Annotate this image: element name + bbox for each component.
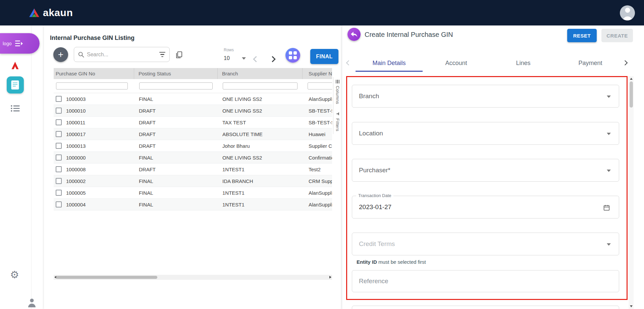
row-checkbox[interactable] [56,178,62,184]
cell-supplier: Test2 [303,167,332,172]
cell-posting-status: FINAL [134,178,218,184]
chevron-right-icon [623,60,628,66]
column-header-posting-status[interactable]: Posting Status [134,68,218,79]
cell-supplier: SB-TEST-SU [303,120,332,125]
side-tab-filters[interactable]: Filters [335,112,340,131]
credit-terms-select[interactable]: Credit Terms [352,233,619,255]
chevron-down-icon [607,96,611,98]
sidebar-item-gin-app[interactable] [7,76,24,94]
cell-supplier: Confirmatio [303,155,332,161]
tab-account[interactable]: Account [423,55,490,72]
menu-open-icon[interactable] [15,41,23,47]
add-button[interactable]: + [53,47,68,62]
table-row[interactable]: 1000003 FINAL ONE LIVING SS2 AlanSupplie [54,93,332,105]
row-checkbox[interactable] [56,143,62,149]
horizontal-scrollbar[interactable] [54,275,332,280]
scroll-up-arrow-icon[interactable] [630,78,633,80]
cell-posting-status: DRAFT [134,108,218,114]
row-checkbox[interactable] [56,96,62,102]
user-avatar[interactable] [620,5,635,20]
screen: akaun logo ⚙ [0,0,644,309]
columns-icon [336,80,340,83]
purchaser-select[interactable]: Purchaser* [352,159,619,182]
cell-posting-status: DRAFT [134,131,218,137]
filter-list-icon[interactable] [159,52,165,57]
topbar: akaun [0,0,644,25]
row-checkbox[interactable] [56,119,62,125]
row-checkbox[interactable] [56,166,62,172]
tab-lines[interactable]: Lines [490,55,557,72]
rows-per-page-select[interactable]: 10 [224,54,246,62]
table-filter-row [54,79,332,93]
sidebar-item-pdf-app[interactable] [10,61,20,72]
cell-gin-no: 1000008 [66,167,86,172]
side-tab-columns[interactable]: Columns [335,80,340,104]
cell-branch: 1NTEST1 [218,167,303,172]
filter-input-supplier[interactable] [308,82,332,89]
tab-payment[interactable]: Payment [557,55,624,72]
settings-gear-icon[interactable]: ⚙ [10,269,19,281]
table-row[interactable]: 1000002 FINAL IDA BRANCH CRM Suppli [54,175,332,187]
table-row[interactable]: 1000005 FINAL 1NTEST1 AlanSupplie [54,187,332,199]
row-checkbox[interactable] [56,190,62,196]
cell-posting-status: FINAL [134,202,218,207]
table-row[interactable]: 1000011 DRAFT TAX TEST SB-TEST-SU [54,117,332,128]
tabs-scroll-prev[interactable] [347,61,351,66]
search-input[interactable] [87,52,157,58]
tabs-scroll-next[interactable] [623,61,627,66]
row-checkbox[interactable] [56,108,62,114]
cell-posting-status: FINAL [134,155,218,161]
final-filter-button[interactable]: FINAL [310,49,338,64]
brand-name: akaun [43,7,73,18]
scroll-right-arrow-icon[interactable] [329,276,331,279]
column-header-gin-no[interactable]: Purchase GIN No [54,68,134,79]
search-icon [78,52,84,58]
row-checkbox[interactable] [56,201,62,207]
cell-gin-no: 1000013 [66,143,86,149]
table-row[interactable]: 1000017 DRAFT ABSOLUTE TIME Huawei [54,128,332,140]
reset-button[interactable]: RESET [567,29,597,42]
cell-supplier: CRM Suppli [303,178,332,184]
copy-icon[interactable] [175,51,183,60]
cell-gin-no: 1000002 [66,178,86,184]
cell-supplier: AlanSupplie [303,190,332,196]
filter-input-posting-status[interactable] [139,82,213,89]
location-select[interactable]: Location [352,122,619,145]
table-row[interactable]: 1000013 DRAFT Johor Bharu Supplier C [54,140,332,152]
panel-vertical-scrollbar[interactable] [629,76,634,309]
back-button[interactable] [347,28,361,41]
row-checkbox[interactable] [56,154,62,161]
cell-supplier: AlanSupplie [303,96,332,102]
apps-grid-button[interactable] [285,48,300,63]
table-row[interactable]: 1000010 DRAFT ONE LIVING SS2 SB-TEST-SU [54,105,332,117]
cell-posting-status: FINAL [134,190,218,196]
profile-icon[interactable] [28,299,36,307]
pagination-prev-button[interactable] [254,57,258,62]
filter-input-branch[interactable] [223,82,298,89]
funnel-icon [335,112,340,116]
reference-input[interactable]: Reference [352,270,619,292]
pagination-next-button[interactable] [270,57,275,62]
calendar-icon[interactable] [603,204,610,213]
transaction-date-input[interactable]: 2023-01-27 [352,196,619,219]
grid-icon [289,51,297,59]
column-header-branch[interactable]: Branch [218,68,303,79]
cell-gin-no: 1000005 [66,190,86,196]
row-checkbox[interactable] [56,131,62,137]
chevron-down-icon [607,243,611,246]
sidebar-logo-chip[interactable]: logo [0,33,40,54]
table-row[interactable]: 1000004 FINAL 1NTEST1 AlanSupplie [54,199,332,210]
cell-supplier: SB-TEST-SU [303,108,332,114]
vertical-scrollbar-thumb[interactable] [630,81,633,108]
create-button[interactable]: CREATE [601,29,633,42]
column-header-supplier[interactable]: Supplier Na [303,68,332,79]
table-row[interactable]: 1000000 FINAL ONE LIVING SS2 Confirmatio [54,152,332,164]
branch-select[interactable]: Branch [352,85,619,108]
cell-posting-status: DRAFT [134,120,218,125]
filter-input-gin-no[interactable] [56,82,128,89]
tab-main-details[interactable]: Main Details [356,55,423,72]
horizontal-scrollbar-thumb[interactable] [56,276,157,279]
scroll-down-arrow-icon[interactable] [630,305,633,307]
table-row[interactable]: 1000008 DRAFT 1NTEST1 Test2 [54,164,332,175]
sidebar-item-listing[interactable] [11,105,20,113]
